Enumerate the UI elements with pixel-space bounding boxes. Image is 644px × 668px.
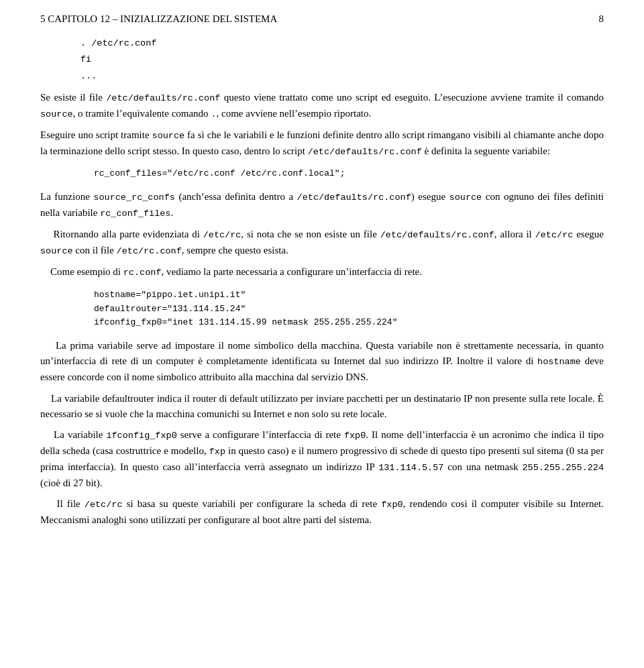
header-left: 5 CAPITOLO 12 – INIZIALIZZAZIONE DEL SIS… [40,13,277,25]
header-right: 8 [599,13,604,25]
code-dots: ... [80,70,604,83]
code-fxp0-final: fxp0 [381,500,402,510]
code-etc-defaults: /etc/defaults [380,230,451,240]
page-content: . /etc/rc.conf fi ... Se esiste il file … [40,37,604,528]
code-source-3: source [449,192,482,203]
code-ip-addr: 131.114.5.57 [378,463,443,473]
paragraph-9: Il file /etc/rc si basa su queste variab… [40,496,604,528]
rc-conf-files-code: rc_conf_files="/etc/rc.conf /etc/rc.conf… [94,167,604,181]
code-hostname: hostname [537,357,581,367]
code-rc-conf-files: rc_conf_files [100,209,170,219]
paragraph-8: La variabile ifconfig_fxp0 serve a confi… [40,427,604,491]
code-fxp0: fxp0 [344,431,366,441]
code-defaults-rc-2: /etc/defaults/rc.conf [308,147,422,157]
code-defaults-rc: /etc/defaults/rc.conf [106,93,220,103]
code-rc-conf-ex: rc.conf [123,268,162,278]
code-etcrc: . /etc/rc.conf [80,37,604,50]
code-fi: fi [80,53,604,66]
code-etcrc-final: /etc/rc [85,500,123,510]
code-source-rc-confs: source_rc_confs [93,192,175,203]
network-config-code: hostname="pippo.iet.unipi.it" defaultrou… [94,288,604,330]
code-etcrc-ref: /etc/rc [203,230,241,240]
paragraph-7: La variabile defaultrouter indica il rou… [40,391,604,423]
paragraph-3: La funzione source_rc_confs (anch’essa d… [40,189,604,221]
code-fxp: fxp [209,447,225,457]
code-source-2: source [152,131,185,141]
paragraph-4: Ritornando alla parte evidenziata di /et… [40,227,604,259]
code-source-4: source [40,246,73,256]
paragraph-1: Se esiste il file /etc/defaults/rc.conf … [40,90,604,122]
code-etc-rc-conf: /etc/rc.conf [117,246,182,256]
code-dot: . [211,109,216,119]
code-defaults-rc-3: /etc/defaults/rc.conf [297,192,411,203]
paragraph-6: La prima variabile serve ad impostare il… [40,338,604,385]
paragraph-5: Come esempio di rc.conf, vediamo la part… [40,264,604,280]
code-rc-conf-ref: /rc.conf [451,230,494,240]
paragraph-2: Eseguire uno script tramite source fa sì… [40,127,604,160]
code-source-1: source [40,109,73,119]
code-ifconfig-fxp0: ifconfig_fxp0 [106,431,176,441]
code-etcrc-2: /etc/rc [535,230,574,240]
code-netmask: 255.255.255.224 [522,463,604,473]
page-header: 5 CAPITOLO 12 – INIZIALIZZAZIONE DEL SIS… [40,13,604,25]
